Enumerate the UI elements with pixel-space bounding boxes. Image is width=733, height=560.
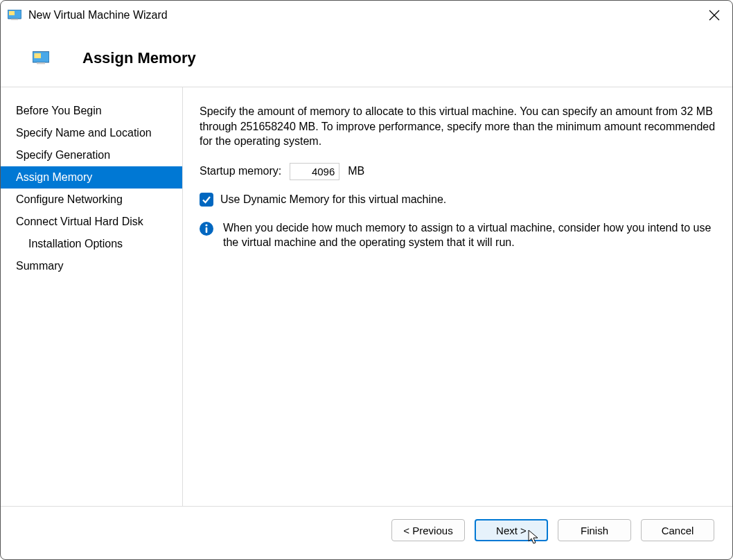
close-icon [709,10,720,21]
page-title: Assign Memory [82,49,196,67]
svg-rect-1 [9,11,15,15]
wizard-step-item[interactable]: Configure Networking [1,189,182,211]
wizard-window: New Virtual Machine Wizard Assign Memory… [0,0,733,560]
main-panel: Specify the amount of memory to allocate… [183,87,732,506]
wizard-step-item[interactable]: Before You Begin [1,100,182,122]
info-row: When you decide how much memory to assig… [200,220,716,250]
cancel-button[interactable]: Cancel [641,519,714,541]
startup-memory-unit: MB [348,165,364,177]
wizard-header: Assign Memory [1,30,732,87]
wizard-steps-sidebar: Before You BeginSpecify Name and Locatio… [1,87,182,506]
app-monitor-icon [8,10,21,21]
header-monitor-icon [33,51,49,65]
next-button[interactable]: Next > [475,519,548,541]
svg-rect-6 [34,53,41,58]
wizard-step-item[interactable]: Specify Name and Location [1,122,182,144]
content-area: Before You BeginSpecify Name and Locatio… [1,87,732,506]
dynamic-memory-checkbox[interactable] [200,193,213,207]
memory-description: Specify the amount of memory to allocate… [200,104,716,149]
close-button[interactable] [703,4,725,26]
startup-memory-row: Startup memory: MB [200,163,716,180]
svg-rect-9 [206,227,208,233]
dynamic-memory-label: Use Dynamic Memory for this virtual mach… [220,193,446,206]
info-text: When you decide how much memory to assig… [223,220,716,250]
svg-rect-7 [37,62,45,64]
wizard-step-item[interactable]: Assign Memory [1,166,182,189]
previous-button[interactable]: < Previous [391,519,465,541]
startup-memory-label: Startup memory: [200,165,281,177]
wizard-step-item[interactable]: Connect Virtual Hard Disk [1,211,182,233]
startup-memory-input[interactable] [290,163,339,180]
button-bar: < Previous Next > Finish Cancel [1,507,732,559]
info-icon [200,222,213,236]
finish-button[interactable]: Finish [558,519,631,541]
dynamic-memory-row: Use Dynamic Memory for this virtual mach… [200,193,716,207]
wizard-step-item[interactable]: Summary [1,255,182,277]
svg-rect-2 [11,19,18,20]
checkmark-icon [202,195,211,204]
titlebar: New Virtual Machine Wizard [1,1,732,30]
svg-point-10 [205,224,207,226]
wizard-step-item[interactable]: Installation Options [1,233,182,255]
window-title: New Virtual Machine Wizard [28,9,703,21]
wizard-step-item[interactable]: Specify Generation [1,144,182,166]
